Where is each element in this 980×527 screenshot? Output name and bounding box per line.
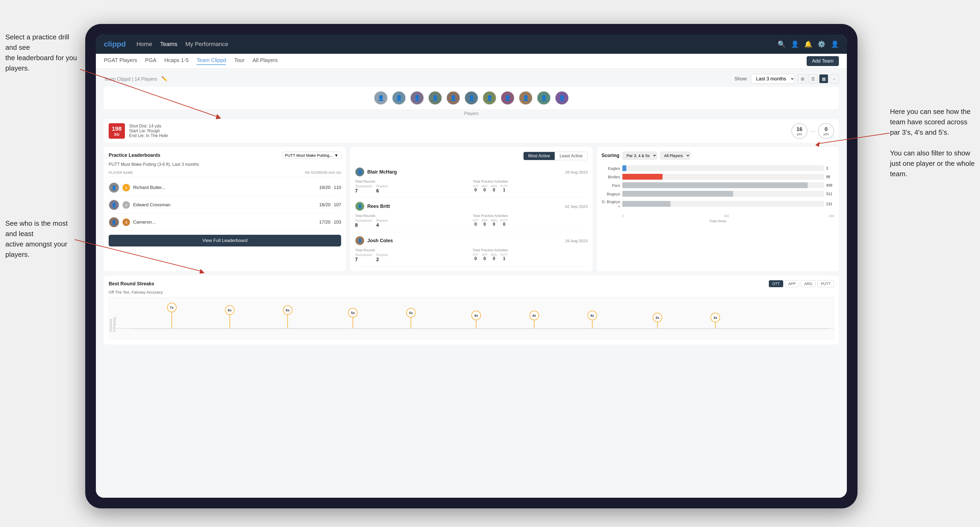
total-rounds-group-2: Total Rounds Tournament 8 Practice 4 (355, 214, 470, 228)
show-label: Show: (735, 76, 748, 82)
streak-point-4: 5x (348, 308, 358, 328)
streak-point-1: 7x (167, 303, 177, 328)
svg-line-4 (818, 133, 889, 144)
activity-stats-2: Total Rounds Tournament 8 Practice 4 (355, 214, 587, 228)
dbogeys-bar: D. Bogeys + 131 (601, 199, 834, 208)
nav-icons: 🔍 👤 🔔 ⚙️ 👤 (778, 40, 839, 48)
most-active-button[interactable]: Most Active (523, 152, 555, 160)
scoring-card: Scoring Par 3, 4 & 5s All Players Eagles (597, 147, 839, 271)
streaks-filters: OTT APP ARG PUTT (769, 280, 834, 287)
player-avatar[interactable]: 👤 (501, 91, 514, 105)
arrow-bottom-left (75, 240, 234, 293)
activity-header-1: 👤 Blair McHarg 26 Aug 2023 (355, 167, 587, 177)
bell-icon[interactable]: 🔔 (804, 40, 812, 48)
streak-point-7: 4x (530, 311, 539, 328)
activity-name-2: Rees Britt (367, 204, 390, 209)
player-avatar[interactable]: 👤 (537, 91, 551, 105)
bogeys-bar: Bogeys 311 (601, 191, 834, 197)
player-avg-3: 103 (334, 220, 341, 225)
rounds-values: Tournament 7 Practice 6 (355, 184, 470, 194)
player-avatar[interactable]: 👤 (392, 91, 406, 105)
x-label: Total Shots (601, 219, 834, 223)
player-avatar[interactable]: 👤 (465, 91, 478, 105)
shot-circle-1: 16 yds (791, 123, 807, 139)
arg-filter-button[interactable]: ARG (801, 280, 816, 287)
table-view-icon[interactable]: ☰ (808, 74, 818, 83)
app-filter-button[interactable]: APP (785, 280, 799, 287)
view-icons: ⊞ ☰ ▦ ⬦ (798, 74, 839, 83)
eagles-bar: Eagles 3 (601, 165, 834, 171)
player-avatar[interactable]: 👤 (374, 91, 388, 105)
svg-line-0 (80, 69, 218, 117)
streak-point-6: 4x (471, 311, 481, 328)
birdies-bar: Birdies 96 (601, 174, 834, 179)
add-team-button[interactable]: Add Team (807, 56, 839, 66)
sub-nav-links: PGAT Players PGA Hcaps 1-5 Team Clippd T… (104, 57, 807, 65)
putt-filter-button[interactable]: PUTT (817, 280, 834, 287)
player-avg-1: 110 (334, 185, 341, 190)
player-avatar[interactable]: 👤 (410, 91, 424, 105)
rank-badge-3: 3 (123, 219, 130, 226)
streaks-chart: % Fairway Accuracy 7x 6x 6x (109, 297, 834, 340)
sub-nav-tour[interactable]: Tour (234, 57, 245, 65)
streak-point-9: 3x (653, 313, 662, 328)
player-activity-1: 👤 Blair McHarg 26 Aug 2023 Total Rounds … (355, 163, 587, 198)
leaderboard-row: 👤 3 Cameron... 17/20 103 (109, 214, 341, 231)
show-period-select[interactable]: Last 3 months (751, 74, 795, 84)
svg-marker-5 (815, 141, 820, 147)
practice-activity-cols: OTT 0 APP 0 ARG 0 (473, 184, 588, 192)
player-avatar[interactable]: 👤 (482, 91, 496, 105)
player-activity-3: 👤 Josh Coles 26 Aug 2023 Total Rounds To… (355, 232, 587, 267)
pars-bar: Pars 499 (601, 182, 834, 188)
sub-nav-all-players[interactable]: All Players (253, 57, 277, 65)
least-active-button[interactable]: Least Active (555, 152, 587, 160)
annotation-top-left: Select a practice drill and seethe leade… (5, 32, 77, 73)
activity-name-1: Blair McHarg (367, 169, 397, 175)
card-view-icon[interactable]: ▦ (819, 74, 828, 83)
activity-avatar-2: 👤 (355, 202, 364, 211)
activity-header-2: 👤 Rees Britt 02 Sep 2023 (355, 202, 587, 211)
scoring-filter-players[interactable]: All Players (660, 152, 690, 159)
player-avatar-3: 👤 (109, 217, 119, 227)
player-avatar[interactable]: 👤 (428, 91, 442, 105)
leaderboard-filter[interactable]: PUTT Must Make Putting... ▼ (282, 152, 341, 159)
nav-link-home[interactable]: Home (136, 41, 152, 48)
player-avatar[interactable]: 👤 (446, 91, 460, 105)
leaderboard-row: 👤 1 Richard Butler... 19/20 110 (109, 179, 341, 197)
scoring-header: Scoring Par 3, 4 & 5s All Players (601, 152, 834, 159)
scoring-title: Scoring (601, 153, 619, 158)
sub-nav-team-clippd[interactable]: Team Clippd (197, 57, 226, 65)
tournament-col: Tournament 7 (355, 184, 372, 194)
player-avatar[interactable]: 👤 (555, 91, 569, 105)
search-icon[interactable]: 🔍 (778, 40, 786, 48)
show-controls: Show: Last 3 months ⊞ ☰ ▦ ⬦ (735, 74, 839, 84)
scoring-filter-par[interactable]: Par 3, 4 & 5s (623, 152, 657, 159)
arg-stat: ARG 0 (491, 184, 497, 192)
sub-nav-hcaps[interactable]: Hcaps 1-5 (164, 57, 189, 65)
nav-link-performance[interactable]: My Performance (185, 41, 228, 48)
practice-col: Practice 6 (376, 184, 388, 194)
streak-track (130, 329, 829, 329)
ott-filter-button[interactable]: OTT (769, 280, 783, 287)
app-stat: APP 0 (482, 184, 488, 192)
player-avatar-2: 👤 (109, 200, 119, 210)
activity-avatar-1: 👤 (355, 167, 364, 177)
player-avatar[interactable]: 👤 (519, 91, 533, 105)
sub-nav: PGAT Players PGA Hcaps 1-5 Team Clippd T… (96, 54, 847, 69)
leaderboard-subtitle: PUTT Must Make Putting (3-6 ft), Last 3 … (109, 162, 341, 167)
settings-view-icon[interactable]: ⬦ (830, 74, 839, 83)
settings-icon[interactable]: ⚙️ (818, 40, 826, 48)
nav-link-teams[interactable]: Teams (160, 41, 177, 48)
profile-icon[interactable]: 👤 (791, 40, 799, 48)
streak-point-8: 4x (587, 311, 597, 328)
svg-marker-3 (199, 269, 205, 274)
total-rounds-label: Total Rounds (355, 179, 470, 183)
sub-nav-pga[interactable]: PGA (145, 57, 156, 65)
practice-val-1: 6 (376, 188, 388, 194)
grid-view-icon[interactable]: ⊞ (798, 74, 807, 83)
activity-name-3: Josh Coles (367, 238, 393, 243)
user-avatar-icon[interactable]: 👤 (831, 40, 839, 48)
player-score-3: 17/20 (319, 220, 331, 225)
sub-nav-pgat[interactable]: PGAT Players (104, 57, 137, 65)
nav-links: Home Teams My Performance (136, 41, 778, 48)
